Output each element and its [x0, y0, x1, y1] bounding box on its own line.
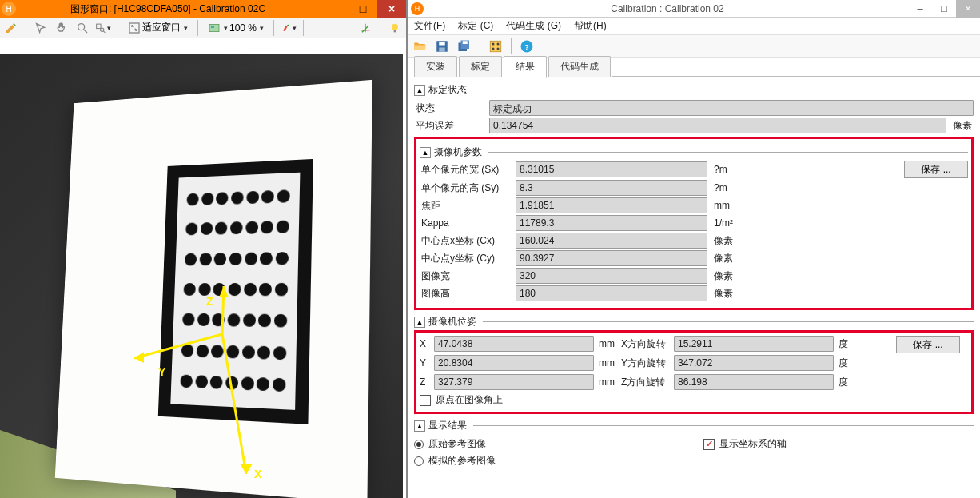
cam-row-unit: ?m: [714, 164, 735, 175]
tab-result[interactable]: 结果: [504, 56, 547, 78]
show-axis-checkbox[interactable]: [703, 439, 715, 450]
minimize-button[interactable]: –: [320, 0, 349, 18]
save-all-icon[interactable]: [456, 38, 473, 55]
zoom-icon[interactable]: [74, 20, 90, 36]
section-status-title: 标定状态: [428, 83, 467, 97]
cam-row-unit: 像素: [714, 287, 735, 301]
menu-codegen[interactable]: 代码生成 (G): [506, 19, 561, 33]
section-pose-header[interactable]: ▲ 摄像机位姿: [414, 315, 974, 329]
cam-row-value: 1.91851: [516, 197, 707, 213]
save-icon[interactable]: [433, 38, 451, 55]
error-label: 平均误差: [416, 119, 483, 133]
svg-point-3: [101, 28, 104, 31]
cam-row-value: 90.3927: [516, 250, 707, 266]
maximize-button[interactable]: □: [349, 0, 377, 18]
fit-window-label: 适应窗口: [142, 21, 181, 34]
svg-point-32: [492, 47, 495, 50]
hand-icon[interactable]: [54, 20, 70, 36]
pose-rot-label: X方向旋转: [621, 337, 669, 351]
pencil-icon[interactable]: [3, 20, 19, 36]
left-title-bar: H 图形窗口: [H1C98CDFA050] - Calibration 02C…: [0, 0, 406, 18]
cam-row-unit: 像素: [714, 234, 735, 248]
axes-icon[interactable]: [357, 20, 373, 36]
separator: [303, 20, 304, 36]
svg-rect-2: [97, 24, 101, 28]
radio-original-label: 原始参考图像: [428, 437, 486, 451]
radio-simulated[interactable]: [414, 456, 424, 466]
collapse-icon[interactable]: ▲: [414, 85, 425, 96]
app-icon: H: [411, 2, 424, 15]
cam-row-label: 图像高: [421, 287, 509, 301]
section-status-header[interactable]: ▲ 标定状态: [414, 83, 974, 97]
svg-rect-7: [211, 26, 214, 28]
collapse-icon[interactable]: ▲: [420, 147, 431, 158]
section-display-header[interactable]: ▲ 显示结果: [414, 419, 974, 432]
cam-row-unit: ?m: [714, 182, 735, 193]
clear-icon[interactable]: ▾: [281, 20, 297, 36]
tab-bar: 安装 标定 结果 代码生成: [408, 58, 980, 77]
maximize-button[interactable]: □: [932, 0, 956, 18]
svg-text:?: ?: [524, 42, 529, 50]
pose-unit: mm: [599, 357, 619, 369]
pose-rot-value: 347.072: [674, 355, 834, 371]
minimize-button[interactable]: –: [908, 0, 932, 18]
close-button[interactable]: ×: [956, 0, 980, 18]
origin-checkbox[interactable]: [420, 395, 431, 406]
cam-row-unit: mm: [714, 200, 735, 211]
separator: [273, 20, 274, 36]
help-icon[interactable]: ?: [518, 38, 536, 55]
tab-codegen[interactable]: 代码生成: [548, 56, 611, 77]
pose-rot-value: 86.198: [674, 374, 834, 390]
calibration-photo: Y X Z: [0, 54, 403, 498]
zoom-region-icon[interactable]: ▾: [95, 20, 111, 36]
pose-label: X: [420, 338, 429, 349]
bulb-icon[interactable]: [387, 20, 403, 36]
show-axis-label: 显示坐标系的轴: [719, 437, 787, 451]
open-folder-icon[interactable]: [411, 38, 428, 55]
radio-simulated-label: 模拟的参考图像: [428, 454, 496, 468]
fit-window-combo[interactable]: 适应窗口 ▾: [125, 21, 191, 34]
right-toolbar: ?: [408, 35, 980, 58]
pose-rot-value: 15.2911: [674, 336, 834, 352]
right-window: H Calibration : Calibration 02 – □ × 文件(…: [408, 0, 980, 498]
tab-install[interactable]: 安装: [414, 56, 457, 77]
image-canvas[interactable]: Y X Z: [0, 38, 406, 498]
left-window: H 图形窗口: [H1C98CDFA050] - Calibration 02C…: [0, 0, 408, 498]
radio-original[interactable]: [414, 440, 424, 449]
svg-point-31: [497, 42, 500, 45]
pose-rot-label: Z方向旋转: [621, 376, 669, 389]
pose-label: Z: [420, 376, 429, 388]
pointer-icon[interactable]: [33, 20, 49, 36]
cam-row-unit: 1/m²: [714, 217, 735, 229]
svg-rect-28: [463, 41, 468, 44]
collapse-icon[interactable]: ▲: [414, 317, 425, 328]
camera-params-box: ▲ 摄像机参数 单个像元的宽 (Sx) 8.31015 ?m 保存 ... 单个…: [414, 137, 974, 310]
separator: [26, 20, 26, 36]
menu-help[interactable]: 帮助(H): [574, 19, 607, 33]
close-button[interactable]: ×: [377, 0, 406, 18]
plate-icon[interactable]: [487, 38, 504, 55]
collapse-icon[interactable]: ▲: [414, 420, 425, 432]
save-camera-button[interactable]: 保存 ...: [904, 161, 968, 178]
separator: [480, 38, 480, 54]
cam-row-value: 8.31015: [516, 161, 707, 177]
zoom-percent-combo[interactable]: ▾ 100 % ▾: [205, 22, 267, 34]
pose-rot-unit: 度: [839, 376, 859, 389]
left-window-title: 图形窗口: [H1C98CDFA050] - Calibration 02C: [16, 2, 320, 16]
tab-calib[interactable]: 标定: [459, 56, 502, 77]
result-content: ▲ 标定状态 状态 标定成功 平均误差 0.134754 像素 ▲ 摄像机参数: [408, 77, 980, 498]
pose-value: 47.0438: [434, 336, 594, 352]
pose-rot-label: Y方向旋转: [621, 357, 669, 370]
menu-bar: 文件(F) 标定 (C) 代码生成 (G) 帮助(H): [408, 18, 980, 35]
cam-row-label: 焦距: [421, 199, 509, 213]
menu-file[interactable]: 文件(F): [414, 19, 445, 33]
svg-rect-13: [394, 30, 396, 32]
separator: [118, 20, 118, 36]
cam-row-label: 中心点x坐标 (Cx): [421, 234, 509, 248]
save-pose-button[interactable]: 保存 ...: [896, 336, 960, 353]
svg-rect-5: [129, 23, 139, 33]
menu-calib[interactable]: 标定 (C): [458, 19, 493, 33]
cam-row-unit: 像素: [714, 252, 735, 265]
zoom-percent-label: 100 %: [229, 22, 257, 34]
section-camera-header[interactable]: ▲ 摄像机参数: [420, 145, 968, 159]
